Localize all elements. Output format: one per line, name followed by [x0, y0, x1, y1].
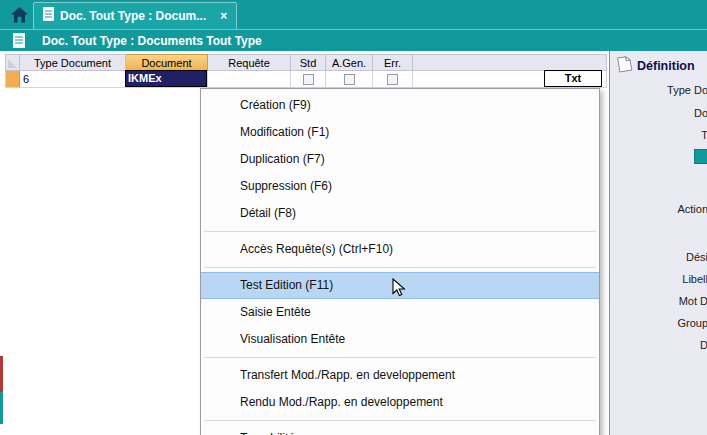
panel-field-label-t: T [701, 129, 707, 141]
grid-corner-selector[interactable] [6, 54, 20, 71]
menu-item-duplication[interactable]: Duplication (F7) [201, 146, 599, 173]
panel-field-label-document: Do [694, 107, 707, 119]
checkbox-std[interactable] [303, 74, 314, 85]
menu-separator [201, 416, 599, 425]
edge-marker-teal [0, 392, 3, 424]
window-subtitle-bar: Doc. Tout Type : Documents Tout Type [0, 29, 707, 51]
document-tab[interactable]: Doc. Tout Type : Docum... × [33, 2, 237, 29]
cell-agen[interactable] [326, 71, 373, 88]
tab-title: Doc. Tout Type : Docum... [60, 9, 206, 23]
menu-item-rendu-mod[interactable]: Rendu Mod./Rapp. en developpement [201, 389, 599, 416]
cell-document-editor[interactable]: IKMEx [125, 70, 207, 87]
column-header-requete[interactable]: Requête [208, 54, 291, 71]
menu-item-detail[interactable]: Détail (F8) [201, 200, 599, 227]
menu-item-acces-requetes[interactable]: Accès Requête(s) (Ctrl+F10) [201, 236, 599, 263]
panel-field-label-groupe: Group [677, 317, 707, 329]
panel-field-label-type-document: Type Do [667, 84, 707, 96]
app-window: { "colors": { "teal": "#12999b", "tab_te… [0, 0, 707, 435]
grid-header: Type Document Document Requête Std A.Gen… [5, 54, 607, 71]
page-icon [617, 55, 634, 77]
window-subtitle: Doc. Tout Type : Documents Tout Type [42, 34, 262, 48]
panel-field-label-libelle: Libell [682, 273, 707, 285]
panel-header: Définition [618, 56, 695, 76]
menu-item-saisie-entete[interactable]: Saisie Entête [201, 299, 599, 326]
cell-document[interactable]: IKMEx [126, 71, 208, 88]
context-menu: Création (F9) Modification (F1) Duplicat… [200, 88, 600, 435]
table-row: 6 IKMEx Txt [5, 71, 607, 88]
column-header-document[interactable]: Document [126, 54, 208, 71]
column-header-empty[interactable] [413, 54, 607, 71]
cell-trailing-fragment[interactable]: Txt [544, 70, 602, 87]
home-icon[interactable] [9, 5, 29, 25]
checkbox-err[interactable] [387, 74, 398, 85]
panel-field-label-mot-directeur: Mot D [679, 295, 707, 307]
tab-close-icon[interactable]: × [220, 10, 227, 22]
panel-field-label-d: D [700, 339, 707, 351]
document-icon [13, 33, 25, 52]
document-icon [43, 7, 54, 25]
cell-requete[interactable] [208, 71, 291, 88]
menu-separator [201, 227, 599, 236]
menu-item-creation[interactable]: Création (F9) [201, 92, 599, 119]
cell-err[interactable] [373, 71, 413, 88]
cell-type-document[interactable]: 6 [20, 71, 126, 88]
panel-title: Définition [637, 59, 695, 73]
menu-item-test-edition[interactable]: Test Edition (F11) [201, 272, 599, 299]
column-header-agen[interactable]: A.Gen. [326, 54, 373, 71]
menu-separator [201, 353, 599, 362]
cell-std[interactable] [291, 71, 326, 88]
menu-item-visualisation-entete[interactable]: Visualisation Entête [201, 326, 599, 353]
edge-marker-red [0, 356, 3, 392]
column-header-type-document[interactable]: Type Document [20, 54, 126, 71]
column-header-err[interactable]: Err. [373, 54, 413, 71]
menu-item-suppression[interactable]: Suppression (F6) [201, 173, 599, 200]
definition-panel: Définition Type Do Do T Action Dési Libe… [609, 51, 707, 435]
menu-separator [201, 263, 599, 272]
checkbox-agen[interactable] [344, 74, 355, 85]
row-selector[interactable] [6, 71, 20, 88]
menu-item-transfert-mod[interactable]: Transfert Mod./Rapp. en developpement [201, 362, 599, 389]
panel-field-label-action: Action [677, 203, 707, 215]
column-header-std[interactable]: Std [291, 54, 326, 71]
cell-extra[interactable]: Txt [413, 71, 607, 88]
tab-bar: Doc. Tout Type : Docum... × [0, 0, 707, 29]
menu-item-partial[interactable]: Traçabilité [201, 425, 599, 435]
panel-field-label-designation: Dési [686, 251, 707, 263]
menu-item-modification[interactable]: Modification (F1) [201, 119, 599, 146]
teal-button[interactable] [694, 149, 707, 164]
